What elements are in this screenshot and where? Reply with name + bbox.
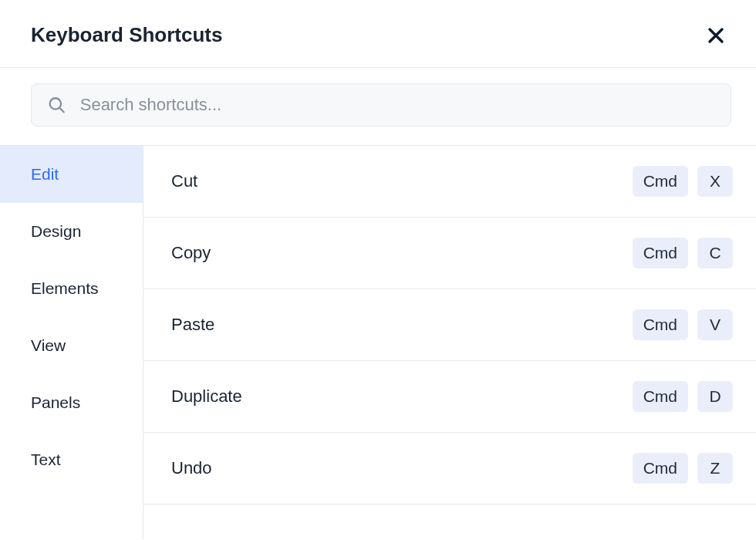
key-badge: Cmd — [633, 381, 688, 412]
shortcut-keys: Cmd V — [633, 309, 733, 340]
key-badge: Z — [697, 453, 733, 484]
sidebar-item-elements[interactable]: Elements — [0, 260, 143, 317]
shortcut-row: Cut Cmd X — [143, 146, 756, 218]
key-badge: Cmd — [633, 238, 688, 268]
shortcut-label: Paste — [171, 315, 214, 335]
search-container — [0, 68, 756, 145]
close-button[interactable] — [707, 26, 725, 45]
sidebar-item-label: Design — [31, 222, 81, 240]
sidebar-item-design[interactable]: Design — [0, 203, 143, 260]
shortcut-label: Cut — [171, 171, 197, 191]
sidebar-item-label: Text — [31, 451, 61, 468]
sidebar-item-panels[interactable]: Panels — [0, 374, 143, 431]
sidebar-item-view[interactable]: View — [0, 317, 143, 374]
key-badge: C — [697, 238, 733, 268]
key-badge: V — [697, 309, 733, 340]
shortcut-label: Copy — [171, 243, 211, 263]
dialog-body: Edit Design Elements View Panels Text Cu… — [0, 146, 756, 539]
category-sidebar: Edit Design Elements View Panels Text — [0, 146, 143, 539]
search-input[interactable] — [80, 95, 715, 115]
sidebar-item-text[interactable]: Text — [0, 431, 143, 488]
sidebar-item-label: View — [31, 336, 66, 354]
dialog-header: Keyboard Shortcuts — [0, 0, 756, 67]
shortcut-keys: Cmd D — [633, 381, 733, 412]
sidebar-item-label: Edit — [31, 165, 59, 183]
shortcut-row: Paste Cmd V — [143, 289, 756, 361]
dialog-title: Keyboard Shortcuts — [31, 23, 223, 47]
shortcut-row: Undo Cmd Z — [143, 433, 756, 505]
shortcut-keys: Cmd X — [633, 166, 733, 197]
key-badge: D — [697, 381, 733, 412]
shortcut-row: Duplicate Cmd D — [143, 361, 756, 433]
key-badge: Cmd — [633, 453, 688, 484]
key-badge: Cmd — [633, 309, 688, 340]
close-icon — [707, 26, 725, 45]
shortcuts-list: Cut Cmd X Copy Cmd C Paste Cmd V Duplica… — [143, 146, 756, 539]
shortcut-keys: Cmd C — [633, 238, 733, 268]
shortcut-row: Copy Cmd C — [143, 218, 756, 289]
search-icon — [47, 95, 66, 115]
shortcut-label: Duplicate — [171, 386, 242, 407]
shortcut-keys: Cmd Z — [633, 453, 733, 484]
sidebar-item-label: Panels — [31, 393, 80, 411]
search-box[interactable] — [31, 83, 731, 127]
svg-line-1 — [59, 108, 63, 112]
sidebar-item-label: Elements — [31, 279, 99, 297]
key-badge: X — [697, 166, 733, 197]
key-badge: Cmd — [633, 166, 688, 197]
sidebar-item-edit[interactable]: Edit — [0, 146, 143, 203]
shortcut-label: Undo — [171, 458, 212, 478]
